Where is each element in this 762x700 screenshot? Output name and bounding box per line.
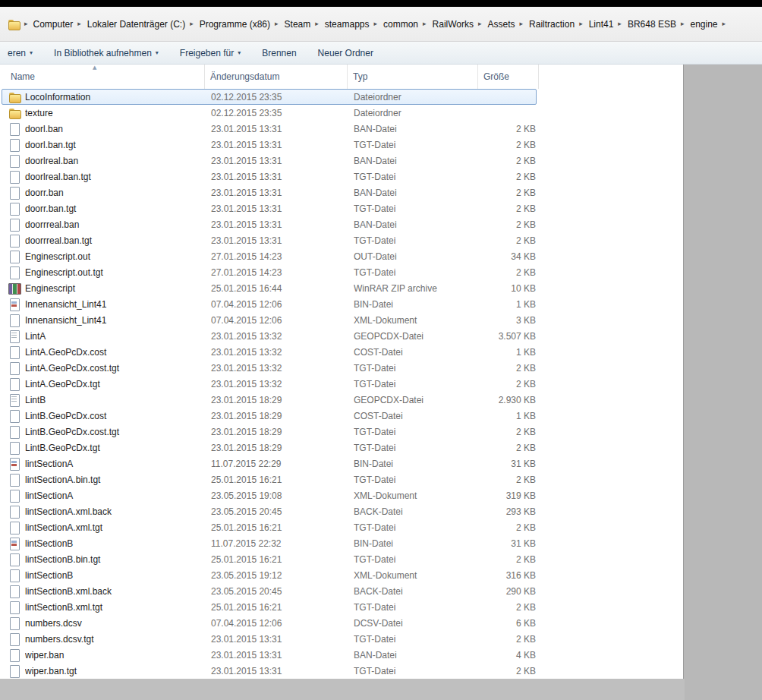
file-row[interactable]: Innenansicht_Lint41 07.04.2015 12:06 BIN… <box>2 296 537 312</box>
file-row[interactable]: wiper.ban 23.01.2015 13:31 BAN-Datei 4 K… <box>2 647 537 663</box>
file-name-cell: lintSectionA <box>25 459 211 469</box>
column-header-row: ▲ Name Änderungsdatum Typ Größe <box>0 65 683 89</box>
file-type-cell: BIN-Datei <box>354 299 484 310</box>
file-icon <box>8 553 20 566</box>
toolbar-button-in-bibliothek-aufnehmen[interactable]: In Bibliothek aufnehmen ▾ <box>48 44 165 62</box>
file-row[interactable]: texture 02.12.2015 23:35 Dateiordner <box>2 105 537 121</box>
file-date-cell: 23.01.2015 13:31 <box>211 156 354 166</box>
file-row[interactable]: lintSectionA.xml.tgt 25.01.2015 16:21 TG… <box>2 519 537 535</box>
file-size-cell: 2 KB <box>484 443 536 453</box>
file-name-cell: Enginescript.out.tgt <box>25 267 211 278</box>
file-row[interactable]: lintSectionA.bin.tgt 25.01.2015 16:21 TG… <box>2 471 537 487</box>
file-type-cell: TGT-Datei <box>354 267 484 278</box>
file-row[interactable]: lintSectionB.xml.tgt 25.01.2015 16:21 TG… <box>2 599 537 615</box>
file-row[interactable]: doorrreal.ban 23.01.2015 13:31 BAN-Datei… <box>2 216 537 232</box>
file-row[interactable]: LintB.GeoPcDx.cost 23.01.2015 18:29 COST… <box>2 408 537 424</box>
file-date-cell: 11.07.2015 22:32 <box>211 538 354 549</box>
file-row[interactable]: lintSectionB.bin.tgt 25.01.2015 16:21 TG… <box>2 551 537 567</box>
file-icon <box>8 219 20 231</box>
file-type-cell: TGT-Datei <box>354 235 484 246</box>
file-name-cell: LintA <box>25 331 211 342</box>
file-row[interactable]: LintB.GeoPcDx.tgt 23.01.2015 18:29 TGT-D… <box>2 440 537 456</box>
file-row[interactable]: doorrreal.ban.tgt 23.01.2015 13:31 TGT-D… <box>2 232 537 248</box>
folder-icon <box>8 91 20 103</box>
geo-icon <box>8 394 20 406</box>
file-row[interactable]: lintSectionB.xml.back 23.05.2015 20:45 B… <box>2 583 537 599</box>
breadcrumb-item-railtraction[interactable]: Railtraction ▸ <box>528 17 588 32</box>
file-row[interactable]: lintSectionA 23.05.2015 19:08 XML-Dokume… <box>2 487 537 503</box>
breadcrumb-item-common[interactable]: common ▸ <box>383 17 432 32</box>
file-date-cell: 25.01.2015 16:44 <box>211 283 354 294</box>
file-size-cell: 290 KB <box>484 586 536 597</box>
breadcrumb-item-assets[interactable]: Assets ▸ <box>487 17 529 32</box>
breadcrumb-item-steamapps[interactable]: steamapps ▸ <box>324 17 383 32</box>
file-row[interactable]: Enginescript.out.tgt 27.01.2015 14:23 TG… <box>2 264 537 280</box>
address-folder-icon[interactable] <box>8 18 20 30</box>
file-row[interactable]: Enginescript.out 27.01.2015 14:23 OUT-Da… <box>2 248 537 264</box>
file-name-cell: numbers.dcsv <box>25 618 211 629</box>
file-row[interactable]: numbers.dcsv 07.04.2015 12:06 DCSV-Datei… <box>2 615 537 631</box>
file-type-cell: TGT-Datei <box>354 522 484 533</box>
file-row[interactable]: LintA.GeoPcDx.tgt 23.01.2015 13:32 TGT-D… <box>2 376 537 392</box>
file-row[interactable]: LintB.GeoPcDx.cost.tgt 23.01.2015 18:29 … <box>2 424 537 440</box>
file-row[interactable]: LocoInformation 02.12.2015 23:35 Dateior… <box>2 89 537 105</box>
column-header-size[interactable]: Größe <box>478 65 539 89</box>
file-row[interactable]: doorl.ban.tgt 23.01.2015 13:31 TGT-Datei… <box>2 137 537 153</box>
file-row[interactable]: LintA.GeoPcDx.cost 23.01.2015 13:32 COST… <box>2 344 537 360</box>
breadcrumb-item-lint41[interactable]: Lint41 ▸ <box>588 17 627 32</box>
file-row[interactable]: LintA.GeoPcDx.cost.tgt 23.01.2015 13:32 … <box>2 360 537 376</box>
toolbar: eren ▾ In Bibliothek aufnehmen ▾ Freigeb… <box>0 42 762 65</box>
toolbar-button-freigeben-f-r[interactable]: Freigeben für ▾ <box>174 44 247 62</box>
breadcrumb-item-computer[interactable]: Computer ▸ <box>33 17 87 32</box>
file-row[interactable]: doorlreal.ban 23.01.2015 13:31 BAN-Datei… <box>2 153 537 169</box>
outside-gray-area-bottom <box>0 679 685 700</box>
toolbar-button-brennen[interactable]: Brennen <box>256 44 302 62</box>
file-date-cell: 23.01.2015 13:31 <box>211 235 354 246</box>
breadcrumb-item-lokaler-datentr-ger-c[interactable]: Lokaler Datenträger (C:) ▸ <box>87 17 199 32</box>
breadcrumb-item-programme-x86[interactable]: Programme (x86) ▸ <box>199 17 284 32</box>
file-date-cell: 23.01.2015 18:29 <box>211 443 354 453</box>
column-header-name[interactable]: ▲ Name <box>0 65 205 89</box>
breadcrumb-item-steam[interactable]: Steam ▸ <box>284 17 324 32</box>
file-size-cell: 31 KB <box>484 459 536 469</box>
file-row[interactable]: doorr.ban.tgt 23.01.2015 13:31 TGT-Datei… <box>2 200 537 216</box>
toolbar-button-eren[interactable]: eren ▾ <box>2 44 39 62</box>
file-icon <box>8 569 20 582</box>
file-row[interactable]: numbers.dcsv.tgt 23.01.2015 13:31 TGT-Da… <box>2 631 537 647</box>
file-row[interactable]: lintSectionA.xml.back 23.05.2015 20:45 B… <box>2 503 537 519</box>
file-row[interactable]: LintB 23.01.2015 18:29 GEOPCDX-Datei 2.9… <box>2 392 537 408</box>
breadcrumb-item-engine[interactable]: engine ▸ <box>689 17 731 32</box>
file-row[interactable]: Innenansicht_Lint41 07.04.2015 12:06 XML… <box>2 312 537 328</box>
file-date-cell: 23.05.2015 20:45 <box>211 506 354 517</box>
file-type-cell: TGT-Datei <box>354 666 484 676</box>
file-row[interactable]: Enginescript 25.01.2015 16:44 WinRAR ZIP… <box>2 280 537 296</box>
file-row[interactable]: lintSectionB 23.05.2015 19:12 XML-Dokume… <box>2 567 537 583</box>
file-date-cell: 02.12.2015 23:35 <box>211 108 354 118</box>
file-row[interactable]: doorlreal.ban.tgt 23.01.2015 13:31 TGT-D… <box>2 169 537 184</box>
file-size-cell: 2.930 KB <box>484 395 536 405</box>
file-date-cell: 23.05.2015 19:08 <box>211 490 354 501</box>
file-icon <box>8 266 20 279</box>
bin-icon <box>8 458 20 470</box>
column-header-type[interactable]: Typ <box>348 65 478 89</box>
toolbar-button-neuer-ordner[interactable]: Neuer Ordner <box>312 44 379 62</box>
file-row[interactable]: lintSectionA 11.07.2015 22:29 BIN-Datei … <box>2 456 537 471</box>
breadcrumb-item-label: Lint41 <box>589 19 614 30</box>
breadcrumb-item-label: common <box>383 19 418 30</box>
file-type-cell: Dateiordner <box>354 108 484 118</box>
breadcrumb-item-br648-esb[interactable]: BR648 ESB ▸ <box>627 17 690 32</box>
file-date-cell: 23.05.2015 19:12 <box>211 570 354 581</box>
file-name-cell: lintSectionA <box>25 490 211 501</box>
file-row[interactable]: doorl.ban 23.01.2015 13:31 BAN-Datei 2 K… <box>2 121 537 137</box>
file-date-cell: 07.04.2015 12:06 <box>211 618 354 629</box>
file-row[interactable]: LintA 23.01.2015 13:32 GEOPCDX-Datei 3.5… <box>2 328 537 344</box>
file-row[interactable]: lintSectionB 11.07.2015 22:32 BIN-Datei … <box>2 535 537 551</box>
file-row[interactable]: doorr.ban 23.01.2015 13:31 BAN-Datei 2 K… <box>2 184 537 200</box>
breadcrumb-item-railworks[interactable]: RailWorks ▸ <box>432 17 487 32</box>
column-header-date[interactable]: Änderungsdatum <box>205 65 348 89</box>
file-row[interactable]: wiper.ban.tgt 23.01.2015 13:31 TGT-Datei… <box>2 663 537 679</box>
toolbar-button-label: Freigeben für <box>180 48 234 58</box>
file-name-cell: Enginescript <box>25 283 211 294</box>
file-size-cell: 2 KB <box>484 219 536 230</box>
file-type-cell: BACK-Datei <box>354 506 484 517</box>
